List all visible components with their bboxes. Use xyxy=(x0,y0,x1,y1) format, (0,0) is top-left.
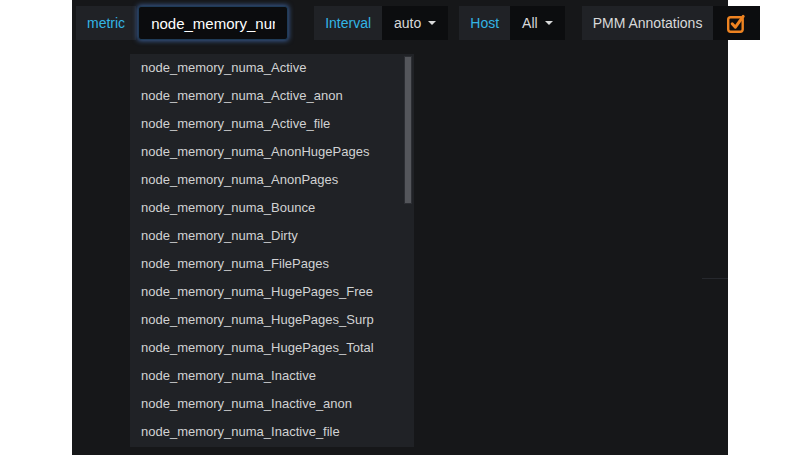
interval-select[interactable]: auto xyxy=(382,6,448,40)
metric-variable-group: metric xyxy=(76,6,288,40)
metric-label: metric xyxy=(76,6,136,40)
metric-suggestion-item[interactable]: node_memory_numa_HugePages_Free xyxy=(130,278,414,306)
interval-variable-group: Interval auto xyxy=(314,6,448,40)
chevron-down-icon xyxy=(428,21,436,25)
host-label: Host xyxy=(459,6,510,40)
metric-input[interactable] xyxy=(138,6,288,40)
metric-suggestion-list: node_memory_numa_Active node_memory_numa… xyxy=(130,54,414,446)
metric-suggestion-item[interactable]: node_memory_numa_HugePages_Total xyxy=(130,334,414,362)
metric-suggestion-item[interactable]: node_memory_numa_Inactive_file xyxy=(130,418,414,446)
metric-autocomplete-dropdown: node_memory_numa_Active node_memory_numa… xyxy=(130,54,414,447)
metric-suggestion-item[interactable]: node_memory_numa_Active_anon xyxy=(130,82,414,110)
metric-suggestion-item[interactable]: node_memory_numa_Inactive xyxy=(130,362,414,390)
template-variables-toolbar: metric Interval auto Host All PMM Annota… xyxy=(76,6,724,40)
checked-checkbox-icon xyxy=(726,13,747,34)
metric-suggestion-item[interactable]: node_memory_numa_FilePages xyxy=(130,250,414,278)
chevron-down-icon xyxy=(545,21,553,25)
host-select[interactable]: All xyxy=(510,6,565,40)
interval-value: auto xyxy=(394,15,421,31)
metric-suggestion-item[interactable]: node_memory_numa_AnonPages xyxy=(130,166,414,194)
host-variable-group: Host All xyxy=(459,6,564,40)
dropdown-scrollbar-thumb[interactable] xyxy=(404,56,412,204)
interval-label: Interval xyxy=(314,6,382,40)
panel-border-fragment xyxy=(702,278,728,279)
dropdown-scrollbar-track[interactable] xyxy=(404,54,412,447)
metric-suggestion-item[interactable]: node_memory_numa_Active_file xyxy=(130,110,414,138)
metric-suggestion-item[interactable]: node_memory_numa_Bounce xyxy=(130,194,414,222)
metric-suggestion-item[interactable]: node_memory_numa_Dirty xyxy=(130,222,414,250)
pmm-annotations-checkbox[interactable] xyxy=(713,6,760,40)
metric-suggestion-item[interactable]: node_memory_numa_Inactive_anon xyxy=(130,390,414,418)
pmm-annotations-label: PMM Annotations xyxy=(582,6,714,40)
metric-suggestion-item[interactable]: node_memory_numa_AnonHugePages xyxy=(130,138,414,166)
pmm-annotations-group: PMM Annotations xyxy=(582,6,761,40)
dashboard-canvas: metric Interval auto Host All PMM Annota… xyxy=(72,0,728,455)
metric-suggestion-item[interactable]: node_memory_numa_HugePages_Surp xyxy=(130,306,414,334)
host-value: All xyxy=(522,15,538,31)
metric-suggestion-item[interactable]: node_memory_numa_Active xyxy=(130,54,414,82)
